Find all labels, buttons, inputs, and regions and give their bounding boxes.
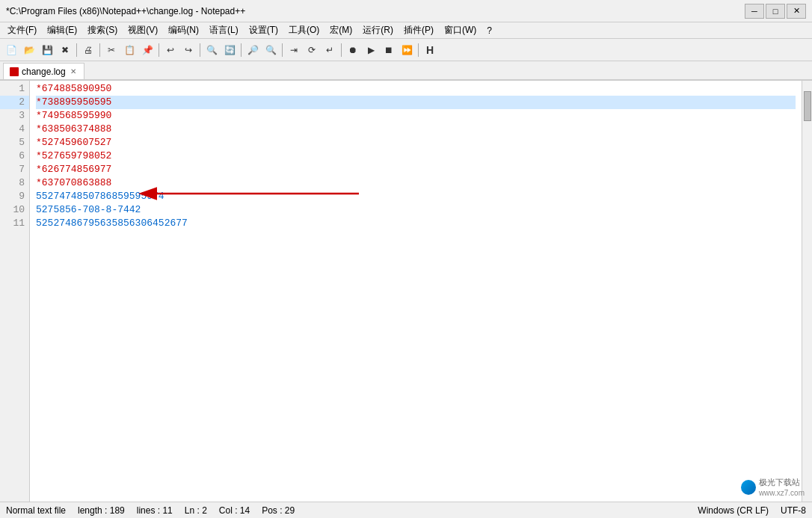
undo-button[interactable]: ↩ bbox=[162, 42, 179, 58]
code-line-10: 5275856-708-8-7442 bbox=[36, 203, 796, 217]
paste-button[interactable]: 📌 bbox=[139, 42, 156, 58]
separator-7 bbox=[341, 43, 342, 57]
find-button[interactable]: 🔍 bbox=[203, 42, 220, 58]
menu-file[interactable]: 文件(F) bbox=[3, 22, 41, 38]
menu-help[interactable]: ? bbox=[482, 24, 496, 37]
scrollbar-vertical[interactable] bbox=[802, 81, 812, 502]
code-line-8: *637070863888 bbox=[36, 176, 796, 190]
zoom-in-button[interactable]: 🔎 bbox=[244, 42, 261, 58]
menu-window[interactable]: 窗口(W) bbox=[440, 22, 481, 38]
line-ending-label: Windows (CR LF) bbox=[698, 505, 769, 516]
window-controls: ─ □ ✕ bbox=[745, 4, 806, 19]
separator-4 bbox=[200, 43, 200, 57]
toolbar: 📄 📂 💾 ✖ 🖨 ✂ 📋 📌 ↩ ↪ 🔍 🔄 🔎 🔍 ⇥ ⟳ ↵ ⏺ ▶ ⏹ … bbox=[0, 39, 812, 61]
function-list-button[interactable]: H bbox=[422, 42, 438, 58]
code-line-3: *749568595990 bbox=[36, 109, 796, 123]
maximize-button[interactable]: □ bbox=[766, 4, 785, 19]
scrollbar-thumb[interactable] bbox=[804, 91, 811, 121]
minimize-button[interactable]: ─ bbox=[745, 4, 764, 19]
print-button[interactable]: 🖨 bbox=[80, 42, 96, 58]
watermark-logo bbox=[741, 480, 756, 495]
wrap-button[interactable]: ↵ bbox=[322, 42, 338, 58]
menu-macro[interactable]: 宏(M) bbox=[325, 22, 357, 38]
menu-view[interactable]: 视图(V) bbox=[123, 22, 162, 38]
line-num-5: 5 bbox=[0, 136, 29, 149]
window-title: *C:\Program Files (x86)\Notepad++\change… bbox=[6, 6, 245, 16]
separator-3 bbox=[159, 43, 159, 57]
line-num-6: 6 bbox=[0, 149, 29, 163]
close-all-button[interactable]: ✖ bbox=[57, 42, 73, 58]
col-label: Col : 14 bbox=[219, 505, 250, 516]
playback-button[interactable]: ▶ bbox=[363, 42, 379, 58]
separator-1 bbox=[76, 43, 77, 57]
stop-button[interactable]: ⏹ bbox=[381, 42, 397, 58]
line-num-4: 4 bbox=[0, 123, 29, 136]
line-num-9: 9 bbox=[0, 190, 29, 203]
record-button[interactable]: ⏺ bbox=[345, 42, 361, 58]
length-label: length : 189 bbox=[78, 505, 125, 516]
run-macro-button[interactable]: ⏩ bbox=[399, 42, 415, 58]
replace-button[interactable]: 🔄 bbox=[221, 42, 238, 58]
code-line-5: *527459607527 bbox=[36, 136, 796, 149]
pos-label: Pos : 29 bbox=[262, 505, 295, 516]
menu-settings[interactable]: 设置(T) bbox=[244, 22, 283, 38]
code-line-1: *674885890950 bbox=[36, 82, 796, 96]
separator-8 bbox=[418, 43, 419, 57]
tab-label: change.log bbox=[22, 67, 66, 77]
code-line-6: *527659798052 bbox=[36, 149, 796, 163]
status-bar: Normal text file length : 189 lines : 11… bbox=[0, 502, 812, 518]
line-num-7: 7 bbox=[0, 163, 29, 176]
title-bar: *C:\Program Files (x86)\Notepad++\change… bbox=[0, 0, 812, 22]
code-line-7: *626774856977 bbox=[36, 163, 796, 176]
menu-bar: 文件(F) 编辑(E) 搜索(S) 视图(V) 编码(N) 语言(L) 设置(T… bbox=[0, 22, 812, 39]
tab-bar: change.log ✕ bbox=[0, 61, 812, 81]
line-num-8: 8 bbox=[0, 176, 29, 190]
menu-run[interactable]: 运行(R) bbox=[358, 22, 398, 38]
code-line-4: *638506374888 bbox=[36, 123, 796, 136]
new-button[interactable]: 📄 bbox=[3, 42, 19, 58]
line-numbers: 1 2 3 4 5 6 7 8 9 10 11 bbox=[0, 81, 30, 502]
lines-label: lines : 11 bbox=[137, 505, 173, 516]
cut-button[interactable]: ✂ bbox=[103, 42, 120, 58]
watermark: 极光下载站www.xz7.com bbox=[741, 477, 805, 497]
ln-label: Ln : 2 bbox=[185, 505, 207, 516]
menu-search[interactable]: 搜索(S) bbox=[83, 22, 122, 38]
menu-language[interactable]: 语言(L) bbox=[205, 22, 243, 38]
code-line-11: 52527486795635856306452677 bbox=[36, 217, 796, 230]
copy-button[interactable]: 📋 bbox=[121, 42, 138, 58]
indent-button[interactable]: ⇥ bbox=[286, 42, 302, 58]
file-type-label: Normal text file bbox=[6, 505, 66, 516]
code-line-9: 5527474850786859595974 bbox=[36, 190, 796, 203]
editor-container: 1 2 3 4 5 6 7 8 9 10 11 *674885890950 *7… bbox=[0, 81, 812, 502]
editor-content[interactable]: *674885890950 *738895950595 *74956859599… bbox=[30, 81, 802, 502]
open-button[interactable]: 📂 bbox=[21, 42, 37, 58]
tab-change-log[interactable]: change.log ✕ bbox=[3, 63, 84, 79]
save-button[interactable]: 💾 bbox=[39, 42, 55, 58]
code-line-2: *738895950595 bbox=[36, 96, 796, 109]
watermark-text: 极光下载站www.xz7.com bbox=[759, 477, 805, 497]
separator-6 bbox=[282, 43, 283, 57]
tab-close-button[interactable]: ✕ bbox=[69, 67, 78, 75]
menu-encode[interactable]: 编码(N) bbox=[164, 22, 203, 38]
menu-plugins[interactable]: 插件(P) bbox=[399, 22, 438, 38]
line-num-1: 1 bbox=[0, 82, 29, 96]
line-num-2: 2 bbox=[0, 96, 29, 109]
sync-button[interactable]: ⟳ bbox=[304, 42, 320, 58]
separator-2 bbox=[99, 43, 100, 57]
zoom-out-button[interactable]: 🔍 bbox=[262, 42, 279, 58]
line-num-10: 10 bbox=[0, 203, 29, 217]
line-num-3: 3 bbox=[0, 109, 29, 123]
menu-edit[interactable]: 编辑(E) bbox=[43, 22, 81, 38]
tab-file-icon bbox=[10, 67, 19, 76]
encoding-label: UTF-8 bbox=[781, 505, 806, 516]
line-num-11: 11 bbox=[0, 217, 29, 230]
redo-button[interactable]: ↪ bbox=[180, 42, 197, 58]
separator-5 bbox=[241, 43, 242, 57]
menu-tools[interactable]: 工具(O) bbox=[284, 22, 324, 38]
close-button[interactable]: ✕ bbox=[787, 4, 806, 19]
